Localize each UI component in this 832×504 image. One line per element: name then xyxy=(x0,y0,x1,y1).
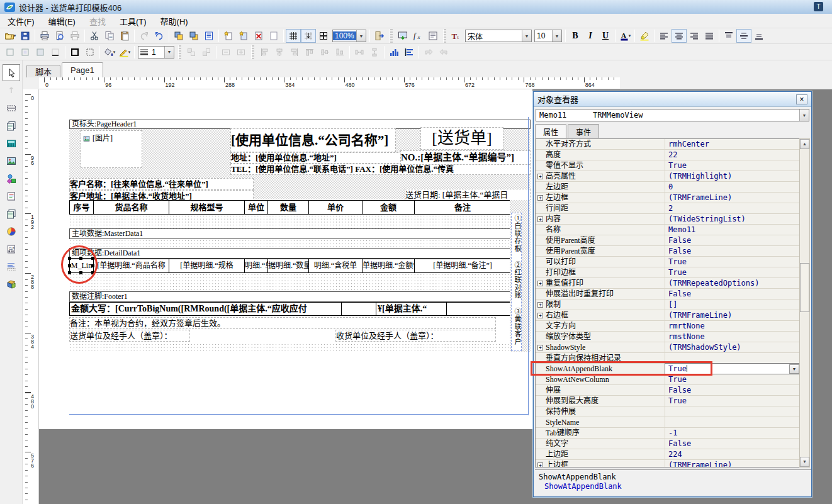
property-row-缩放字体类型[interactable]: 缩放字体类型rmstNone xyxy=(536,332,800,342)
frame-box-dashed-button[interactable] xyxy=(82,45,98,59)
cut-button[interactable] xyxy=(87,29,102,43)
band-detaildata[interactable]: 细项数据:DetailData1 单据明 xyxy=(69,248,531,259)
expand-icon[interactable]: + xyxy=(537,302,543,308)
tab-脚本[interactable]: 脚本 xyxy=(26,65,60,77)
receiver-stamp-memo[interactable]: 收货单位及经手人（盖章）： xyxy=(335,330,496,342)
copy-labels-memo[interactable]: ①白联存根 ②红联对账 ③黄联客户 xyxy=(511,213,522,351)
exit-button[interactable] xyxy=(372,29,387,43)
table-cell[interactable]: 金额 xyxy=(363,201,415,214)
property-row-伸展到最大高度[interactable]: 伸展到最大高度True xyxy=(536,396,800,406)
inspector-tab-属性[interactable]: 属性 xyxy=(535,124,566,138)
dropdown-caret-icon[interactable]: ▾ xyxy=(113,50,116,55)
dropdown-arrow-icon[interactable]: ▼ xyxy=(799,109,809,121)
property-row-ShowAtAppendBlank[interactable]: ShowAtAppendBlankTrue▼ xyxy=(536,364,800,374)
open-button[interactable]: ▾ xyxy=(3,29,18,43)
frame-box-solid-button[interactable] xyxy=(67,45,82,59)
snap-to-grid-button[interactable] xyxy=(301,29,316,43)
insert-richtext-button[interactable] xyxy=(3,188,20,204)
table-cell[interactable]: [单据明细.“商品名称 xyxy=(94,259,169,272)
property-row-限制[interactable]: +限制[] xyxy=(536,300,800,310)
columns-button[interactable] xyxy=(316,29,331,43)
selection-handle[interactable] xyxy=(79,271,82,274)
doc-title-memo[interactable]: [送货单] xyxy=(420,127,503,150)
menu-文件F[interactable]: 文件(F) xyxy=(1,14,41,28)
property-row-伸展[interactable]: 伸展False xyxy=(536,385,800,396)
expand-icon[interactable]: + xyxy=(537,281,543,286)
close-icon[interactable]: × xyxy=(796,94,807,104)
select-cursor-button[interactable] xyxy=(3,64,20,81)
property-row-内容[interactable]: +内容(TWideStringList) xyxy=(536,214,800,225)
selection-handle[interactable] xyxy=(68,257,71,260)
sender-stamp-memo[interactable]: 送货单位及经手人（盖章）： xyxy=(69,330,190,342)
property-row-高亮属性[interactable]: +高亮属性(TRMHighlight) xyxy=(536,171,800,182)
property-row-名称[interactable]: 名称Memo11 xyxy=(536,225,800,235)
value-dropdown-icon[interactable]: ▼ xyxy=(789,364,799,374)
dropdown-caret-icon[interactable]: ▾ xyxy=(14,33,16,38)
menu-编辑E[interactable]: 编辑(E) xyxy=(42,14,82,28)
preview-screen-button[interactable] xyxy=(395,29,410,43)
insert-shape-button[interactable] xyxy=(3,170,20,187)
insert-subreport-button[interactable] xyxy=(3,205,20,222)
property-value[interactable]: True xyxy=(665,364,800,374)
property-row-打印边框[interactable]: 打印边框True xyxy=(536,267,800,278)
property-row-使用Parent宽度[interactable]: 使用Parent宽度False xyxy=(536,246,800,257)
table-cell[interactable]: [单据明细.“规格 xyxy=(169,259,245,272)
selection-handle[interactable] xyxy=(68,264,71,267)
inspector-titlebar[interactable]: 对象查看器 × xyxy=(534,92,811,107)
bold-button[interactable]: B xyxy=(568,29,583,43)
property-row-StyleName[interactable]: StyleName xyxy=(536,417,800,428)
expand-icon[interactable]: + xyxy=(537,174,543,179)
menu-工具T[interactable]: 工具(T) xyxy=(113,14,153,28)
help-property-link[interactable]: ShowAtAppendBlank xyxy=(544,482,811,491)
property-row-左边距[interactable]: 左边距0 xyxy=(536,182,800,193)
expand-icon[interactable]: + xyxy=(537,313,543,318)
property-row-ShowAtNewColumn[interactable]: ShowAtNewColumnTrue xyxy=(536,374,800,385)
align-to-band-button[interactable] xyxy=(386,45,402,59)
band-masterdata[interactable]: 主项数据:MasterData1 单据主 xyxy=(69,228,531,239)
property-row-上边距[interactable]: 上边距224 xyxy=(536,449,800,460)
insert-barcode-button[interactable]: CLP xyxy=(3,240,20,257)
selected-memo-cell[interactable]: M_Lin xyxy=(70,259,94,272)
bring-to-front-button[interactable] xyxy=(171,29,186,43)
table-cell[interactable]: [单据明细.“备注”] xyxy=(415,259,510,272)
table-cell[interactable]: 据明细.“数量 xyxy=(268,259,309,272)
property-grid-scrollbar[interactable]: ▲ ▼ xyxy=(799,138,810,468)
expand-icon[interactable]: + xyxy=(537,216,543,222)
selection-handle[interactable] xyxy=(79,257,82,260)
valign-bottom-button[interactable] xyxy=(751,29,767,43)
delivery-date-memo[interactable]: 送货日期: [单据主体.“单据日 xyxy=(405,189,531,201)
align-center-button[interactable] xyxy=(672,29,687,43)
dropdown-arrow-icon[interactable]: ▼ xyxy=(356,30,366,42)
object-selector[interactable]: Memo11 TRMMemoView ▼ xyxy=(536,109,809,121)
company-name-memo[interactable]: [使用单位信息.“公司名称”] xyxy=(230,128,396,152)
dropdown-arrow-icon[interactable]: ▼ xyxy=(552,30,561,42)
property-row-右边框[interactable]: +右边框(TRMFrameLine) xyxy=(536,310,800,321)
table-cell[interactable] xyxy=(447,303,510,315)
fx-expression-button[interactable]: fx xyxy=(410,29,425,43)
valign-top-button[interactable] xyxy=(721,29,736,43)
expand-icon[interactable]: + xyxy=(537,345,543,350)
insert-picture-button[interactable] xyxy=(3,152,20,169)
selection-handle[interactable] xyxy=(68,271,71,274)
paste-button[interactable] xyxy=(117,29,132,43)
frame-box-fill-button[interactable] xyxy=(33,45,48,59)
print-preview-button[interactable] xyxy=(52,29,67,43)
customer-name-memo[interactable]: 客户名称：[往来单位信息.“往来单位”] xyxy=(69,178,254,190)
doc-no-memo[interactable]: NO.:[单据主体.“单据编号”] xyxy=(400,150,531,165)
font-tt-button[interactable]: Tt xyxy=(449,29,464,43)
table-cell[interactable]: ¥[单据主体.“ xyxy=(376,303,447,315)
line-width-select[interactable]: 1▼ xyxy=(138,46,174,59)
scroll-up-icon[interactable]: ▲ xyxy=(800,139,809,149)
report-page[interactable]: 页标头:PageHeader1 [图片] [使用单位信息.“公司名称”] 地址：… xyxy=(39,89,532,429)
insert-lines-button[interactable] xyxy=(3,258,20,275)
property-row-保持伸展[interactable]: 保持伸展 xyxy=(536,406,800,417)
expand-icon[interactable]: + xyxy=(537,462,543,468)
property-row-垂直方向保持相对记录[interactable]: 垂直方向保持相对记录 xyxy=(536,353,800,364)
save-button[interactable] xyxy=(18,29,33,43)
table-cell[interactable]: 单价 xyxy=(309,201,363,214)
dropdown-caret-icon[interactable]: ▾ xyxy=(128,50,131,55)
property-row-Tab键顺序[interactable]: Tab键顺序-1 xyxy=(536,428,800,439)
undo-button[interactable] xyxy=(152,29,167,43)
property-row-零值不显示[interactable]: 零值不显示True xyxy=(536,160,800,171)
property-row-使用Parent高度[interactable]: 使用Parent高度False xyxy=(536,235,800,246)
